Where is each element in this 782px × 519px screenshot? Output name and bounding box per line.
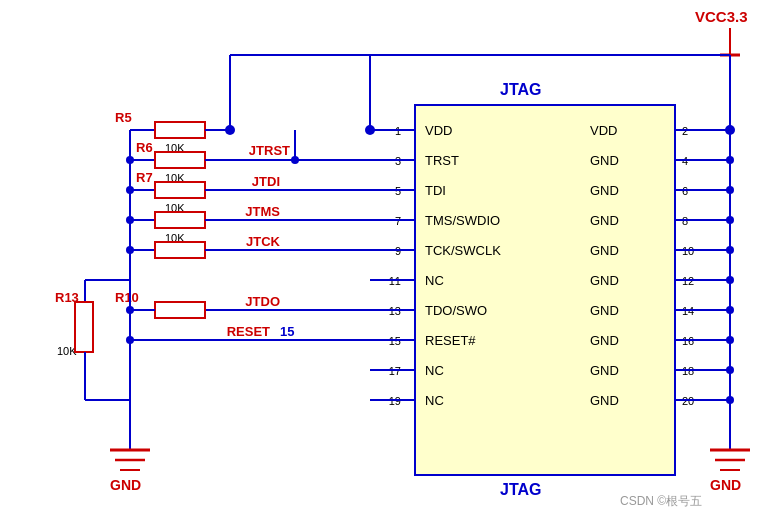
svg-rect-72	[155, 182, 205, 198]
chip-label-top: JTAG	[500, 81, 541, 98]
svg-point-44	[726, 366, 734, 374]
svg-rect-76	[155, 212, 205, 228]
jtdo-label: JTDO	[245, 294, 280, 309]
r7-label: R7	[136, 170, 153, 185]
pin-tdo: TDO/SWO	[425, 303, 487, 318]
watermark: CSDN ©根号五	[620, 494, 702, 508]
pin-gnd-2: GND	[590, 153, 619, 168]
pin-tdi: TDI	[425, 183, 446, 198]
gnd-left-label: GND	[110, 477, 141, 493]
pin-vdd-left: VDD	[425, 123, 452, 138]
svg-rect-86	[155, 302, 205, 318]
chip-label-bottom: JTAG	[500, 481, 541, 498]
r5-label: R5	[115, 110, 132, 125]
pin-gnd-3: GND	[590, 183, 619, 198]
jtdi-label: JTDI	[252, 174, 280, 189]
jtrst-label: JTRST	[249, 143, 290, 158]
pin-nc1: NC	[425, 273, 444, 288]
pin-reset: RESET#	[425, 333, 476, 348]
svg-rect-80	[155, 242, 205, 258]
svg-point-41	[726, 276, 734, 284]
pin-tms: TMS/SWDIO	[425, 213, 500, 228]
jtck-label: JTCK	[246, 234, 281, 249]
reset-label: RESET	[227, 324, 270, 339]
svg-point-42	[726, 306, 734, 314]
svg-point-83	[126, 246, 134, 254]
pin-gnd-4: GND	[590, 213, 619, 228]
svg-point-40	[726, 246, 734, 254]
pin-trst: TRST	[425, 153, 459, 168]
pin-vdd-right: VDD	[590, 123, 617, 138]
jtms-label: JTMS	[245, 204, 280, 219]
svg-point-37	[726, 156, 734, 164]
reset-pin-num: 15	[280, 324, 294, 339]
svg-point-38	[726, 186, 734, 194]
svg-point-27	[725, 125, 735, 135]
gnd-right-label: GND	[710, 477, 741, 493]
pin-gnd-10: GND	[590, 393, 619, 408]
pin-nc2: NC	[425, 363, 444, 378]
svg-rect-65	[155, 152, 205, 168]
svg-point-39	[726, 216, 734, 224]
svg-rect-55	[155, 122, 205, 138]
schematic-svg: JTAG JTAG VDD TRST TDI TMS/SWDIO TCK/SWC…	[0, 0, 782, 519]
pin-gnd-6: GND	[590, 273, 619, 288]
r10-label: R10	[115, 290, 139, 305]
schematic-container: JTAG JTAG VDD TRST TDI TMS/SWDIO TCK/SWC…	[0, 0, 782, 519]
svg-point-53	[365, 125, 375, 135]
r6-label: R6	[136, 140, 153, 155]
pin-gnd-8: GND	[590, 333, 619, 348]
pin-nc3: NC	[425, 393, 444, 408]
vcc-label: VCC3.3	[695, 8, 748, 25]
svg-point-59	[225, 125, 235, 135]
svg-point-43	[726, 336, 734, 344]
pin-tck: TCK/SWCLK	[425, 243, 501, 258]
pin-gnd-9: GND	[590, 363, 619, 378]
svg-rect-91	[75, 302, 93, 352]
svg-point-97	[126, 336, 134, 344]
pin-gnd-7: GND	[590, 303, 619, 318]
pin-gnd-5: GND	[590, 243, 619, 258]
